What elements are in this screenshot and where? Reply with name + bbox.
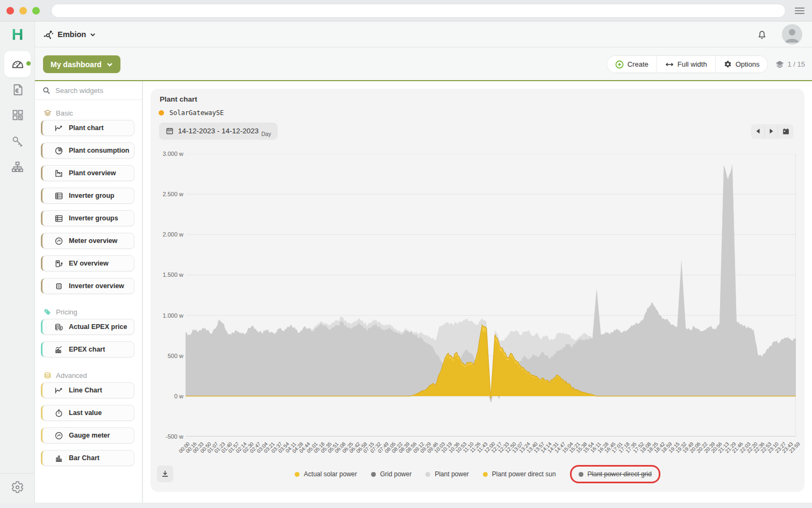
prev-period-button[interactable] — [751, 124, 765, 138]
full-width-button[interactable]: Full width — [657, 56, 716, 73]
section-advanced: Advanced — [44, 371, 87, 380]
calendar-picker-button[interactable] — [778, 124, 793, 138]
dashboard-gauge-icon — [10, 57, 25, 72]
create-button[interactable]: Create — [607, 56, 657, 73]
coins-euro-icon — [54, 323, 63, 332]
y-axis-label: 1.500 w — [140, 271, 183, 278]
maximize-window-button[interactable] — [32, 7, 40, 15]
calendar-icon — [782, 127, 790, 135]
legend-item[interactable]: Plant power direct grid — [579, 470, 652, 478]
table-list-icon — [54, 214, 63, 223]
chart-source[interactable]: SolarGatewaySE — [159, 109, 224, 117]
factory-icon — [54, 169, 63, 178]
widget-panel: Search widgets Basic Plant chart Plant c… — [35, 81, 143, 503]
nav-billing[interactable] — [0, 83, 35, 97]
legend-item[interactable]: Grid power — [371, 470, 412, 478]
pie-chart-icon — [54, 146, 63, 155]
widget-item-plant-consumption[interactable]: Plant consumption — [42, 142, 134, 159]
full-width-label: Full width — [678, 60, 707, 68]
widget-item-actual-epex-price[interactable]: Actual EPEX price — [42, 319, 134, 335]
calendar-icon — [166, 127, 174, 135]
minimize-window-button[interactable] — [19, 7, 27, 15]
y-axis-label: 2.500 w — [140, 191, 183, 197]
search-icon — [42, 87, 51, 95]
widget-item-epex-chart[interactable]: EPEX chart — [42, 341, 134, 357]
line-chart-icon — [54, 386, 63, 395]
app-logo[interactable]: H — [0, 22, 35, 47]
item-tab — [41, 143, 45, 158]
stack-icon — [44, 371, 52, 380]
widget-item-meter-overview[interactable]: Meter overview — [42, 233, 134, 249]
pager-label: 1 / 15 — [787, 60, 805, 68]
widget-item-inverter-group[interactable]: Inverter group — [42, 188, 134, 204]
widget-item-inverter-groups[interactable]: Inverter groups — [42, 210, 134, 226]
widget-item-plant-chart[interactable]: Plant chart — [42, 120, 134, 136]
browser-chrome — [0, 0, 812, 22]
nav-access-keys[interactable] — [0, 134, 35, 148]
item-tab — [41, 278, 45, 294]
widgets-grid-icon — [11, 109, 24, 121]
date-nav — [751, 124, 793, 138]
widget-item-plant-overview[interactable]: Plant overview — [42, 165, 134, 181]
item-tab — [41, 428, 45, 443]
ev-charger-icon — [54, 259, 63, 268]
dashboard-pager[interactable]: 1 / 15 — [775, 60, 805, 69]
user-avatar[interactable] — [782, 24, 802, 45]
chart-plot-area[interactable] — [186, 154, 796, 437]
layers-icon — [775, 60, 784, 69]
options-button[interactable]: Options — [716, 56, 768, 73]
create-label: Create — [628, 60, 649, 68]
widget-item-inverter-overview[interactable]: Inverter overview — [42, 278, 134, 294]
source-name: SolarGatewaySE — [169, 109, 224, 117]
y-axis-label: -500 w — [140, 433, 183, 440]
gear-icon — [11, 481, 24, 494]
bar-chart-trend-icon — [54, 345, 63, 354]
widget-title: Plant chart — [160, 95, 197, 103]
widget-item-last-value[interactable]: Last value — [42, 405, 134, 421]
tag-icon — [44, 308, 52, 316]
dashboard-selector-button[interactable]: My dashboard — [43, 55, 120, 73]
legend-item[interactable]: Plant power direct sun — [483, 470, 556, 478]
rail-divider — [0, 473, 34, 474]
legend-item[interactable]: Actual solar power — [295, 470, 357, 478]
legend-item[interactable]: Plant power — [425, 470, 468, 478]
item-tab — [41, 256, 45, 271]
date-range-button[interactable]: 14-12-2023 - 14-12-2023 Day — [159, 123, 277, 139]
area-chart — [186, 154, 796, 437]
item-tab — [41, 383, 45, 398]
bar-chart-icon — [54, 454, 63, 463]
org-switcher[interactable]: Embion — [43, 22, 96, 47]
nav-widgets[interactable] — [0, 109, 35, 121]
close-window-button[interactable] — [6, 7, 14, 15]
browser-menu-icon[interactable] — [795, 6, 804, 16]
y-axis-label: 2.000 w — [140, 231, 183, 238]
y-axis-label: 0 w — [140, 393, 183, 399]
item-tab — [41, 342, 45, 357]
gauge-icon — [54, 431, 63, 440]
x-axis-labels: 00:0000:1600:3300:5001:0701:2301:4001:57… — [186, 438, 796, 462]
date-mode-label: Day — [261, 131, 271, 137]
nav-settings[interactable] — [0, 481, 35, 494]
gear-icon — [724, 60, 732, 68]
section-basic: Basic — [44, 109, 73, 117]
url-bar[interactable] — [51, 4, 786, 18]
legend-dot — [579, 472, 583, 477]
widget-item-bar-chart[interactable]: Bar Chart — [42, 450, 134, 466]
plus-circle-icon — [615, 60, 624, 69]
table-list-icon — [54, 191, 63, 201]
chevron-down-icon — [106, 61, 113, 68]
next-period-button[interactable] — [765, 124, 778, 138]
item-tab — [41, 120, 45, 135]
y-axis-label: 3.000 w — [140, 151, 183, 157]
source-dot — [159, 110, 164, 116]
caret-left-icon — [756, 128, 760, 134]
widget-item-gauge-meter[interactable]: Gauge meter — [42, 427, 134, 443]
widget-item-line-chart[interactable]: Line Chart — [42, 382, 134, 398]
date-range-label: 14-12-2023 - 14-12-2023 — [178, 127, 259, 135]
notifications-bell-icon[interactable] — [756, 28, 768, 40]
widget-search[interactable]: Search widgets — [35, 81, 142, 100]
legend-dot — [295, 472, 300, 477]
widget-item-ev-overview[interactable]: EV overview — [42, 255, 134, 271]
nav-hierarchy[interactable] — [0, 160, 35, 174]
chip-icon — [54, 282, 63, 291]
